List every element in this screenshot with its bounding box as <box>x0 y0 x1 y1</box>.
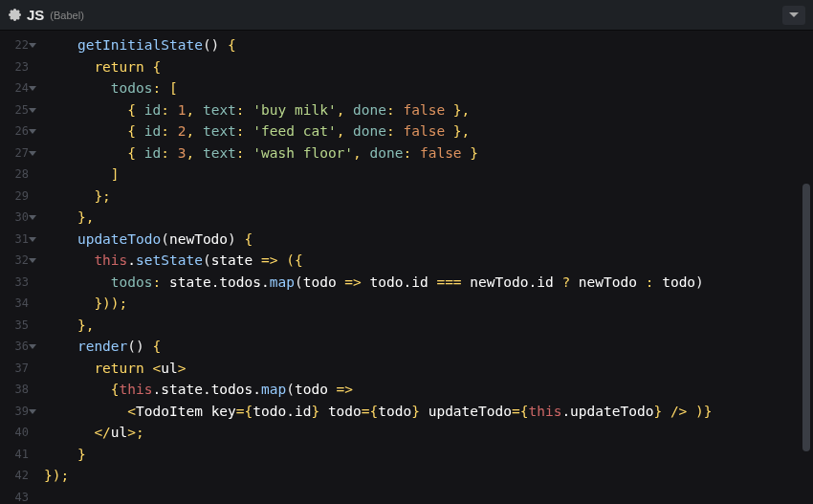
header-left: JS (Babel) <box>8 7 84 23</box>
line-number: 38 <box>0 379 34 401</box>
line-number: 40 <box>0 422 34 444</box>
line-number: 29 <box>0 186 34 208</box>
code-line[interactable]: }); <box>44 465 813 487</box>
line-number: 43 <box>0 487 34 505</box>
code-line[interactable]: { id: 2, text: 'feed cat', done: false }… <box>44 121 813 142</box>
code-line[interactable]: this.setState(state => ({ <box>44 250 813 272</box>
code-line[interactable]: }, <box>44 207 813 229</box>
gear-icon[interactable] <box>8 9 21 22</box>
code-line[interactable]: todos: state.todos.map(todo => todo.id =… <box>44 272 813 294</box>
code-line[interactable]: })); <box>44 293 813 315</box>
language-label: JS <box>27 7 44 23</box>
line-number: 34 <box>0 293 34 315</box>
code-line[interactable] <box>44 487 813 505</box>
line-number-gutter: 2223242526272829303132333435363738394041… <box>0 31 34 504</box>
code-line[interactable]: ] <box>44 164 813 186</box>
editor-body: 2223242526272829303132333435363738394041… <box>0 31 813 504</box>
chevron-down-icon[interactable] <box>782 6 805 25</box>
line-number: 30 <box>0 207 34 229</box>
code-line[interactable]: return { <box>44 56 813 78</box>
code-line[interactable]: }; <box>44 186 813 208</box>
preprocessor-label: (Babel) <box>50 10 83 21</box>
code-line[interactable]: { id: 1, text: 'buy milk', done: false }… <box>44 99 813 121</box>
line-number: 32 <box>0 250 34 272</box>
editor-header: JS (Babel) <box>0 0 813 31</box>
code-line[interactable]: {this.state.todos.map(todo => <box>44 379 813 401</box>
line-number: 28 <box>0 164 34 186</box>
line-number: 42 <box>0 465 34 487</box>
line-number: 33 <box>0 272 34 294</box>
line-number: 39 <box>0 401 34 423</box>
code-line[interactable]: } <box>44 444 813 466</box>
line-number: 22 <box>0 34 34 56</box>
line-number: 27 <box>0 142 34 164</box>
line-number: 31 <box>0 229 34 251</box>
line-number: 41 <box>0 444 34 466</box>
code-line[interactable]: todos: [ <box>44 77 813 99</box>
code-line[interactable]: updateTodo(newTodo) { <box>44 229 813 251</box>
code-line[interactable]: }, <box>44 315 813 337</box>
line-number: 35 <box>0 315 34 337</box>
code-line[interactable]: </ul>; <box>44 422 813 444</box>
code-area[interactable]: getInitialState() { return { todos: [ { … <box>34 31 813 504</box>
scrollbar-thumb[interactable] <box>802 184 810 451</box>
line-number: 36 <box>0 336 34 358</box>
code-line[interactable]: { id: 3, text: 'wash floor', done: false… <box>44 142 813 164</box>
line-number: 23 <box>0 56 34 78</box>
line-number: 26 <box>0 121 34 142</box>
line-number: 37 <box>0 358 34 380</box>
code-line[interactable]: render() { <box>44 336 813 358</box>
code-line[interactable]: <TodoItem key={todo.id} todo={todo} upda… <box>44 401 813 423</box>
line-number: 24 <box>0 77 34 99</box>
code-line[interactable]: getInitialState() { <box>44 34 813 56</box>
line-number: 25 <box>0 99 34 121</box>
code-line[interactable]: return <ul> <box>44 358 813 380</box>
